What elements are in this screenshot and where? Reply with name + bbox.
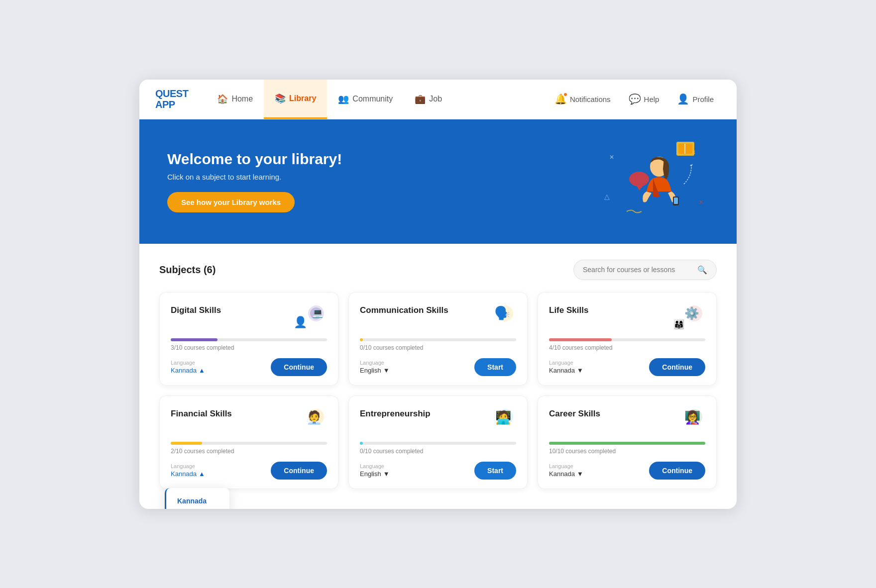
card-career-title: Career Skills (549, 409, 600, 419)
lang-selector-fin[interactable]: Kannada ▲ (171, 470, 205, 478)
search-bar: 🔍 (573, 260, 717, 280)
progress-fill-life (549, 338, 612, 341)
card-comm-header: Communication Skills 🗣️ (360, 303, 516, 333)
progress-fill-comm (360, 338, 363, 341)
lang-label-fin: Language (171, 463, 205, 469)
subjects-title: Subjects (6) (159, 264, 216, 276)
progress-label-career: 10/10 courses completed (549, 448, 705, 455)
lang-wrapper-digital: Language Kannada ▲ (171, 360, 205, 374)
card-entre-footer: Language English ▼ Start (360, 462, 516, 480)
svg-rect-11 (674, 197, 678, 204)
progress-label-comm: 0/10 courses completed (360, 344, 516, 351)
job-icon: 💼 (415, 94, 426, 104)
app-window: QUEST APP 🏠 Home 📚 Library 👥 Community 💼… (139, 80, 737, 509)
continue-btn-digital[interactable]: Continue (271, 358, 327, 376)
profile-btn[interactable]: 👤 Profile (670, 89, 721, 109)
card-entre-header: Entrepreneurship 🧑‍💻 (360, 407, 516, 437)
notifications-btn[interactable]: 🔔 Notifications (548, 89, 618, 109)
lang-wrapper-comm: Language English ▼ (360, 360, 390, 374)
progress-fill-fin (171, 442, 202, 445)
progress-fill-digital (171, 338, 218, 341)
lang-wrapper-career: Language Kannada ▼ (549, 463, 583, 478)
banner-text: Welcome to your library! Click on a subj… (167, 151, 342, 212)
continue-btn-fin[interactable]: Continue (271, 462, 327, 480)
svg-marker-8 (637, 186, 643, 191)
card-fin-title: Financial Skills (171, 409, 232, 419)
card-digital-footer: Language Kannada ▲ Continue (171, 358, 327, 376)
lang-selector-life[interactable]: Kannada ▼ (549, 367, 583, 374)
svg-text:⚙️: ⚙️ (684, 306, 699, 320)
svg-text:👤: 👤 (294, 315, 308, 329)
card-life-title: Life Skills (549, 305, 588, 315)
card-digital-header: Digital Skills 💻 👤 (171, 303, 327, 333)
lang-selector-career[interactable]: Kannada ▼ (549, 470, 583, 478)
card-digital-title: Digital Skills (171, 305, 221, 315)
lang-wrapper-fin: Language Kannada ▲ (171, 463, 205, 478)
svg-text:🗣️: 🗣️ (494, 305, 511, 321)
navbar: QUEST APP 🏠 Home 📚 Library 👥 Community 💼… (139, 80, 737, 119)
card-digital-skills: Digital Skills 💻 👤 3/10 courses complete… (159, 292, 338, 386)
card-career-header: Career Skills 👩‍🏫 (549, 407, 705, 437)
lang-selector-entre[interactable]: English ▼ (360, 470, 390, 478)
card-life-header: Life Skills ⚙️ 👨‍👩‍👧 (549, 303, 705, 333)
chevron-up-icon-fin: ▲ (199, 470, 205, 478)
svg-text:✕: ✕ (699, 199, 703, 205)
chevron-down-icon-career: ▼ (577, 470, 583, 478)
progress-fill-career (549, 442, 705, 445)
library-works-button[interactable]: See how your Library works (167, 192, 295, 212)
svg-text:✕: ✕ (609, 154, 614, 161)
banner-illustration: ✕ ✕ △ ✕ (599, 139, 709, 224)
svg-text:💻: 💻 (312, 307, 324, 318)
nav-home[interactable]: 🏠 Home (206, 80, 264, 119)
progress-label-entre: 0/10 courses completed (360, 448, 516, 455)
communication-skills-icon: 🗣️ (480, 303, 516, 333)
profile-icon: 👤 (677, 93, 689, 105)
card-career-footer: Language Kannada ▼ Continue (549, 462, 705, 480)
progress-bg-digital (171, 338, 327, 341)
lang-label-life: Language (549, 360, 583, 366)
main-content: Subjects (6) 🔍 Digital Skills 💻 👤 (139, 244, 737, 509)
home-icon: 🏠 (217, 94, 228, 104)
community-icon: 👥 (338, 94, 349, 104)
progress-label-fin: 2/10 courses completed (171, 448, 327, 455)
card-fin-footer: Language Kannada ▲ Continue (171, 462, 327, 480)
chevron-down-icon-entre: ▼ (383, 470, 390, 478)
banner-title: Welcome to your library! (167, 151, 342, 168)
card-fin-header: Financial Skills 🧑‍💼 (171, 407, 327, 437)
nav-library[interactable]: 📚 Library (264, 80, 327, 119)
svg-text:🧑‍💼: 🧑‍💼 (306, 409, 323, 425)
digital-skills-icon: 💻 👤 (291, 303, 327, 333)
lang-selector-digital[interactable]: Kannada ▲ (171, 367, 205, 374)
card-life-skills: Life Skills ⚙️ 👨‍👩‍👧 4/10 courses comple… (538, 292, 717, 386)
card-financial-skills: Financial Skills 🧑‍💼 2/10 courses comple… (159, 395, 338, 489)
library-icon: 📚 (275, 93, 286, 104)
card-entre-title: Entrepreneurship (360, 409, 431, 419)
help-btn[interactable]: 💬 Help (622, 89, 666, 109)
card-comm-title: Communication Skills (360, 305, 448, 315)
progress-bg-fin (171, 442, 327, 445)
card-entrepreneurship: Entrepreneurship 🧑‍💻 0/10 courses comple… (348, 395, 528, 489)
lang-selector-comm[interactable]: English ▼ (360, 367, 390, 374)
dropdown-option-kannada[interactable]: Kannada (166, 492, 229, 509)
progress-bg-entre (360, 442, 516, 445)
life-skills-icon: ⚙️ 👨‍👩‍👧 (669, 303, 705, 333)
search-input[interactable] (583, 266, 692, 274)
nav-job[interactable]: 💼 Job (404, 80, 453, 119)
progress-bg-career (549, 442, 705, 445)
continue-btn-life[interactable]: Continue (649, 358, 705, 376)
svg-rect-5 (678, 144, 692, 154)
notification-icon-wrap: 🔔 (554, 93, 567, 105)
start-btn-entre[interactable]: Start (474, 462, 516, 480)
progress-bg-comm (360, 338, 516, 341)
entrepreneurship-icon: 🧑‍💻 (480, 407, 516, 437)
banner-subtitle: Click on a subject to start learning. (167, 173, 342, 181)
continue-btn-career[interactable]: Continue (649, 462, 705, 480)
svg-text:🧑‍💻: 🧑‍💻 (495, 409, 512, 425)
card-career-skills: Career Skills 👩‍🏫 10/10 courses complete… (538, 395, 717, 489)
card-communication-skills: Communication Skills 🗣️ 0/10 courses com… (348, 292, 528, 386)
lang-wrapper-life: Language Kannada ▼ (549, 360, 583, 374)
svg-text:👨‍👩‍👧: 👨‍👩‍👧 (673, 319, 685, 330)
start-btn-comm[interactable]: Start (474, 358, 516, 376)
nav-community[interactable]: 👥 Community (327, 80, 404, 119)
card-life-footer: Language Kannada ▼ Continue (549, 358, 705, 376)
